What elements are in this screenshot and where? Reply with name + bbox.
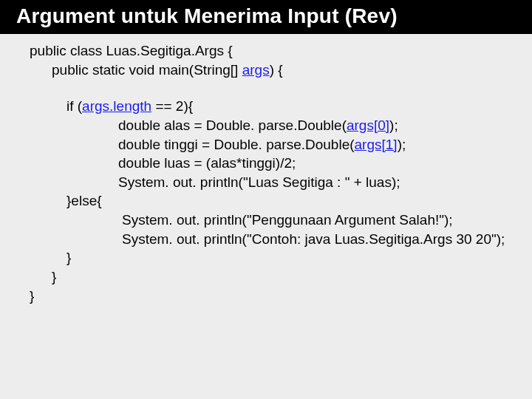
code-line: } <box>30 248 532 267</box>
code-line: System. out. println("Contoh: java Luas.… <box>30 230 532 249</box>
code-line: System. out. println("Penggunaan Argumen… <box>30 211 532 230</box>
code-line: public class Luas.Segitiga.Args { <box>30 41 532 61</box>
code-block: public class Luas.Segitiga.Args { public… <box>0 34 532 305</box>
code-text: ); <box>398 137 406 152</box>
code-line: }else{ <box>30 191 532 211</box>
blank-line <box>30 79 532 97</box>
code-line: public static void main(String[] args) { <box>30 61 532 80</box>
code-identifier: args[0] <box>347 117 389 133</box>
code-line: } <box>30 267 532 287</box>
code-text: double alas = Double. parse.Double( <box>118 117 347 133</box>
slide: Argument untuk Menerima Input (Rev) publ… <box>0 0 532 399</box>
code-identifier: args <box>242 62 270 78</box>
code-line: double tinggi = Double. parse.Double(arg… <box>30 135 532 154</box>
code-line: if (args.length == 2){ <box>30 97 532 116</box>
code-text: public static void main(String[] <box>52 62 242 78</box>
code-text: double tinggi = Double. parse.Double( <box>118 137 355 152</box>
code-line: double luas = (alas*tinggi)/2; <box>30 154 532 173</box>
code-line: System. out. println("Luas Segitiga : " … <box>30 173 532 192</box>
code-text: ) { <box>270 62 283 78</box>
code-text: if ( <box>66 98 82 114</box>
code-line: } <box>30 287 532 306</box>
slide-title: Argument untuk Menerima Input (Rev) <box>0 0 532 34</box>
code-identifier: args.length <box>82 98 151 114</box>
code-line: double alas = Double. parse.Double(args[… <box>30 116 532 135</box>
code-text: == 2){ <box>151 98 193 114</box>
code-identifier: args[1] <box>355 137 398 152</box>
code-text: ); <box>389 117 398 133</box>
